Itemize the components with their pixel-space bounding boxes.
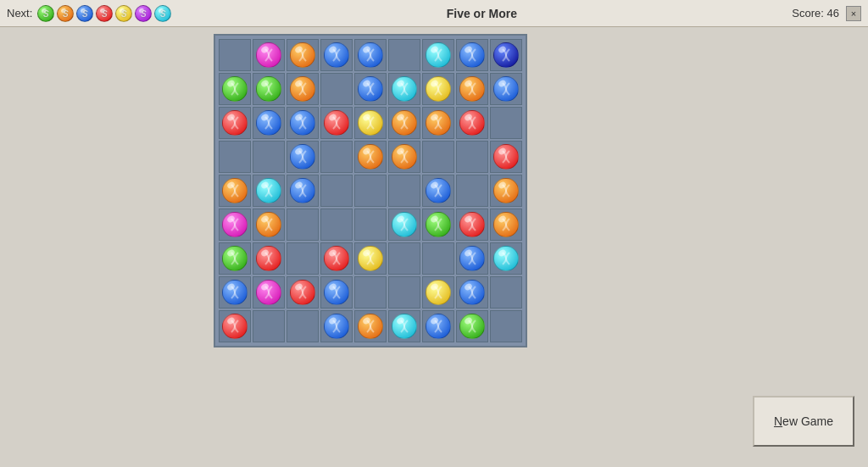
game-grid — [219, 39, 522, 342]
cell[interactable] — [354, 107, 387, 139]
cell[interactable] — [490, 208, 522, 241]
cell[interactable] — [388, 141, 420, 173]
cell[interactable] — [287, 276, 319, 309]
cell[interactable] — [354, 73, 387, 105]
cell[interactable] — [422, 141, 454, 173]
cell[interactable] — [287, 242, 319, 275]
cell[interactable] — [354, 175, 387, 207]
cell[interactable] — [422, 208, 454, 241]
cell[interactable] — [287, 175, 319, 207]
cell[interactable] — [253, 107, 285, 139]
cell[interactable] — [320, 175, 353, 207]
cell[interactable] — [219, 39, 251, 71]
cell[interactable] — [253, 276, 285, 309]
cell[interactable] — [320, 73, 353, 105]
cell[interactable] — [219, 242, 251, 275]
cell[interactable] — [422, 107, 454, 139]
cell[interactable] — [253, 39, 285, 71]
cell[interactable] — [354, 242, 387, 275]
cell[interactable] — [287, 73, 319, 105]
cell[interactable] — [490, 310, 522, 342]
ball-orange — [256, 212, 281, 237]
cell[interactable] — [388, 73, 420, 105]
ball-orange — [459, 76, 485, 102]
cell[interactable] — [253, 141, 285, 173]
close-button[interactable]: × — [846, 6, 861, 21]
next-marble-cyan — [154, 5, 171, 22]
ball-orange — [392, 110, 417, 136]
cell[interactable] — [354, 310, 387, 342]
cell[interactable] — [253, 175, 285, 207]
cell[interactable] — [490, 107, 522, 139]
cell[interactable] — [456, 141, 488, 173]
cell[interactable] — [354, 141, 387, 173]
cell[interactable] — [253, 242, 285, 275]
cell[interactable] — [287, 107, 319, 139]
cell[interactable] — [320, 310, 353, 342]
cell[interactable] — [388, 242, 420, 275]
ball-cyan — [392, 212, 417, 237]
cell[interactable] — [422, 310, 454, 342]
ball-yellow — [426, 76, 451, 102]
cell[interactable] — [354, 208, 387, 241]
cell[interactable] — [354, 39, 387, 71]
cell[interactable] — [354, 276, 387, 309]
cell[interactable] — [388, 175, 420, 207]
cell[interactable] — [388, 310, 420, 342]
cell[interactable] — [456, 73, 488, 105]
cell[interactable] — [287, 208, 319, 241]
cell[interactable] — [219, 141, 251, 173]
cell[interactable] — [219, 73, 251, 105]
cell[interactable] — [219, 107, 251, 139]
cell[interactable] — [320, 39, 353, 71]
cell[interactable] — [219, 208, 251, 241]
cell[interactable] — [253, 310, 285, 342]
cell[interactable] — [456, 39, 488, 71]
ball-orange — [290, 42, 315, 68]
ball-yellow — [358, 246, 383, 271]
cell[interactable] — [456, 175, 488, 207]
cell[interactable] — [490, 276, 522, 309]
cell[interactable] — [388, 39, 420, 71]
ball-magenta — [222, 212, 248, 237]
ball-blue — [358, 42, 383, 68]
cell[interactable] — [320, 276, 353, 309]
cell[interactable] — [320, 141, 353, 173]
cell[interactable] — [422, 276, 454, 309]
cell[interactable] — [287, 39, 319, 71]
cell[interactable] — [490, 175, 522, 207]
cell[interactable] — [219, 276, 251, 309]
cell[interactable] — [490, 73, 522, 105]
ball-blue — [493, 76, 519, 102]
ball-red — [324, 246, 349, 271]
cell[interactable] — [490, 39, 522, 71]
cell[interactable] — [320, 107, 353, 139]
cell[interactable] — [422, 175, 454, 207]
cell[interactable] — [287, 310, 319, 342]
cell[interactable] — [422, 242, 454, 275]
cell[interactable] — [320, 208, 353, 241]
cell[interactable] — [490, 242, 522, 275]
cell[interactable] — [388, 107, 420, 139]
cell[interactable] — [422, 73, 454, 105]
cell[interactable] — [219, 175, 251, 207]
cell[interactable] — [456, 208, 488, 241]
new-game-button[interactable]: New Game — [753, 396, 854, 447]
cell[interactable] — [320, 242, 353, 275]
cell[interactable] — [253, 208, 285, 241]
cell[interactable] — [287, 141, 319, 173]
ball-magenta — [256, 42, 281, 68]
ball-red — [459, 110, 485, 136]
cell[interactable] — [456, 310, 488, 342]
cell[interactable] — [388, 276, 420, 309]
cell[interactable] — [253, 73, 285, 105]
cell[interactable] — [456, 242, 488, 275]
cell[interactable] — [388, 208, 420, 241]
cell[interactable] — [219, 310, 251, 342]
cell[interactable] — [422, 39, 454, 71]
cell[interactable] — [490, 141, 522, 173]
cell[interactable] — [456, 107, 488, 139]
cell[interactable] — [456, 276, 488, 309]
ball-magenta — [256, 280, 281, 305]
game-area — [7, 34, 734, 460]
